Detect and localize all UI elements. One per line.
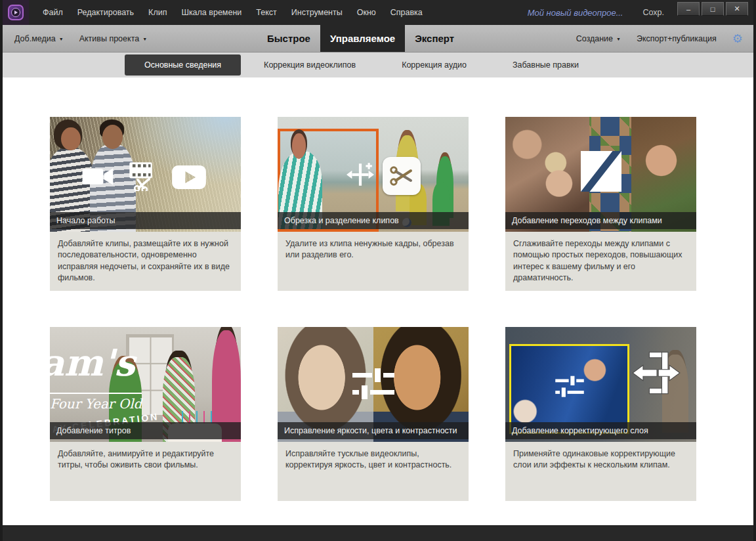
camcorder-icon xyxy=(82,165,115,188)
guided-tab-bar: Основные сведения Коррекция видеоклипов … xyxy=(3,53,753,77)
card-title: Начало работы xyxy=(50,212,241,229)
filmstrip-scissors-icon xyxy=(128,161,158,191)
card-image: Добавление корректирующего слоя xyxy=(505,327,696,442)
card-image: Обрезка и разделение клипов xyxy=(278,117,469,232)
card-description: Добавляйте клипы, размещайте их в нужной… xyxy=(50,232,241,291)
card-description: Добавляйте, анимируйте и редактируйте ти… xyxy=(50,442,241,501)
tab-basics[interactable]: Основные сведения xyxy=(125,54,241,76)
mode-tab-guided[interactable]: Управляемое xyxy=(320,25,405,52)
menu-window[interactable]: Окно xyxy=(350,8,383,17)
card-description: Исправляйте тусклые видеоклипы, корректи… xyxy=(278,442,469,501)
card-image: am's Four Year Old AY CELEBRATION Добавл… xyxy=(50,327,241,442)
card-title: Добавление титров xyxy=(50,422,241,439)
menu-tools[interactable]: Инструменты xyxy=(284,8,350,17)
menu-bar: Файл Редактировать Клип Шкала времени Те… xyxy=(3,0,753,25)
project-assets-button[interactable]: Активы проекта ▼ xyxy=(72,34,155,43)
project-title: Мой новый видеопрое... xyxy=(528,8,623,18)
card-title: Исправление яркости, цвета и контрастнос… xyxy=(278,422,469,439)
add-media-button[interactable]: Доб.медиа ▼ xyxy=(7,34,72,43)
add-media-label: Доб.медиа xyxy=(14,34,56,43)
card-titles[interactable]: am's Four Year Old AY CELEBRATION Добавл… xyxy=(50,327,241,501)
card-adjustment-layer[interactable]: Добавление корректирующего слоя Применяй… xyxy=(505,327,696,501)
menu-timeline[interactable]: Шкала времени xyxy=(174,8,249,17)
card-image: Добавление переходов между клипами xyxy=(505,117,696,232)
card-title: Добавление переходов между клипами xyxy=(505,212,696,229)
card-description: Удалите из клипа ненужные кадры, обрезав… xyxy=(278,232,469,291)
photo-figure xyxy=(61,127,80,150)
mode-switcher: Быстрое Управляемое Эксперт xyxy=(257,25,464,52)
tab-audio-fixes[interactable]: Коррекция аудио xyxy=(379,54,490,76)
card-description: Сглаживайте переходы между клипами с пом… xyxy=(505,232,696,291)
chevron-down-icon: ▼ xyxy=(142,37,147,41)
mode-tab-quick[interactable]: Быстрое xyxy=(257,25,320,52)
card-transitions[interactable]: Добавление переходов между клипами Сглаж… xyxy=(505,117,696,291)
title-overlay-script: am's xyxy=(50,341,135,384)
chevron-down-icon: ▼ xyxy=(616,37,621,41)
toolbar-right: Создание ▼ Экспорт+публикация ⚙ xyxy=(564,33,753,45)
minimize-button[interactable]: – xyxy=(677,2,700,16)
card-getting-started[interactable]: Начало работы Добавляйте клипы, размещай… xyxy=(50,117,241,291)
card-title: Обрезка и разделение клипов xyxy=(278,212,469,229)
bottom-status-bar xyxy=(3,525,753,541)
diagonal-transition-icon xyxy=(581,151,621,192)
card-grid: Начало работы Добавляйте клипы, размещай… xyxy=(50,117,753,501)
trim-extend-icon xyxy=(631,348,681,398)
menu-help[interactable]: Справка xyxy=(383,8,430,17)
sliders-icon xyxy=(352,368,394,400)
menu-text[interactable]: Текст xyxy=(249,8,284,17)
action-bar: Доб.медиа ▼ Активы проекта ▼ Быстрое Упр… xyxy=(3,25,753,53)
guided-edits-panel: Начало работы Добавляйте клипы, размещай… xyxy=(3,77,753,525)
card-image: Исправление яркости, цвета и контрастнос… xyxy=(278,327,469,442)
create-label: Создание xyxy=(576,34,613,43)
app-logo-icon xyxy=(3,0,29,25)
menu-clip[interactable]: Клип xyxy=(141,8,174,17)
close-button[interactable]: ✕ xyxy=(726,2,748,16)
trim-icon xyxy=(346,161,374,188)
window-controls: – □ ✕ xyxy=(677,2,748,16)
photo-figure xyxy=(292,133,306,159)
card-title: Добавление корректирующего слоя xyxy=(505,422,696,439)
maximize-button[interactable]: □ xyxy=(702,2,724,16)
app-window: Файл Редактировать Клип Шкала времени Те… xyxy=(0,0,756,541)
create-button[interactable]: Создание ▼ xyxy=(568,34,629,43)
export-publish-button[interactable]: Экспорт+публикация xyxy=(629,34,724,43)
mode-tab-expert[interactable]: Эксперт xyxy=(405,25,464,52)
premiere-elements-logo xyxy=(8,5,24,20)
title-overlay-subtitle: Four Year Old xyxy=(50,393,142,412)
card-trim-split[interactable]: Обрезка и разделение клипов Удалите из к… xyxy=(278,117,469,291)
tab-fun-edits[interactable]: Забавные правки xyxy=(490,54,602,76)
card-description: Применяйте одинаковые корректирующие сло… xyxy=(505,442,696,501)
project-assets-label: Активы проекта xyxy=(79,34,140,43)
menu-file[interactable]: Файл xyxy=(35,8,70,17)
tab-video-fixes[interactable]: Коррекция видеоклипов xyxy=(241,54,379,76)
gear-icon[interactable]: ⚙ xyxy=(732,33,743,45)
scissors-icon xyxy=(383,157,421,195)
save-button[interactable]: Сохр. xyxy=(642,8,664,17)
adjust-sliders-icon xyxy=(555,376,584,398)
photo-figure xyxy=(102,125,123,149)
card-image: Начало работы xyxy=(50,117,241,232)
menu-edit[interactable]: Редактировать xyxy=(70,8,141,17)
play-icon xyxy=(172,165,206,189)
chevron-down-icon: ▼ xyxy=(59,37,64,41)
card-brightness-color[interactable]: Исправление яркости, цвета и контрастнос… xyxy=(278,327,469,501)
